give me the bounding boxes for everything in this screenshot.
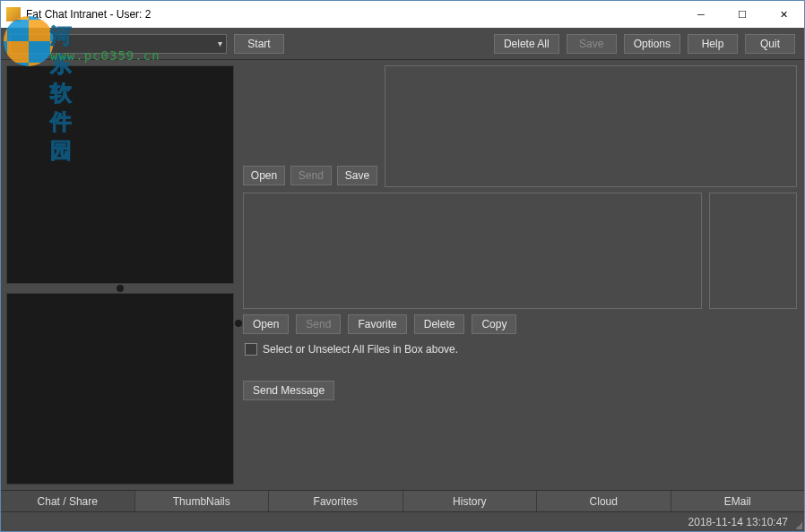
- minimize-button[interactable]: ─: [680, 1, 722, 28]
- horizontal-splitter[interactable]: [6, 284, 234, 293]
- user-dropdown[interactable]: ▾: [10, 34, 227, 54]
- bottom-tabs: Chat / Share ThumbNails Favorites Histor…: [1, 490, 804, 511]
- select-all-checkbox[interactable]: [245, 343, 257, 356]
- upper-controls: Open Send Save: [243, 65, 377, 187]
- splitter-grip-icon: [117, 285, 124, 292]
- status-bar: 2018-11-14 13:10:47: [1, 511, 804, 531]
- maximize-button[interactable]: ☐: [722, 1, 763, 28]
- right-column: Open Send Save Open Send Favorite Del: [243, 60, 804, 490]
- main-area: Open Send Save Open Send Favorite Del: [1, 60, 804, 490]
- send-button-2[interactable]: Send: [296, 314, 341, 334]
- save-top-button[interactable]: Save: [567, 34, 617, 54]
- tab-favorites[interactable]: Favorites: [269, 491, 403, 511]
- vertical-splitter[interactable]: [234, 60, 243, 490]
- send-button-1[interactable]: Send: [290, 166, 332, 185]
- left-lower-panel[interactable]: [6, 293, 234, 485]
- open-button-2[interactable]: Open: [243, 314, 289, 334]
- left-column: [1, 60, 234, 490]
- app-window: Fat Chat Intranet - User: 2 ─ ☐ ✕ ▾ Star…: [0, 0, 805, 532]
- tab-email[interactable]: EMail: [671, 491, 805, 511]
- tab-cloud[interactable]: Cloud: [537, 491, 671, 511]
- start-button[interactable]: Start: [234, 34, 284, 54]
- tab-history[interactable]: History: [403, 491, 538, 511]
- close-button[interactable]: ✕: [763, 1, 804, 28]
- copy-button[interactable]: Copy: [472, 314, 516, 334]
- upper-row: Open Send Save: [243, 65, 797, 187]
- select-all-label: Select or Unselect All Files in Box abov…: [263, 343, 458, 356]
- preview-panel[interactable]: [709, 193, 797, 309]
- titlebar[interactable]: Fat Chat Intranet - User: 2 ─ ☐ ✕: [1, 1, 804, 28]
- client-area: ▾ Start Delete All Save Options Help Qui…: [1, 28, 804, 531]
- select-all-row: Select or Unselect All Files in Box abov…: [243, 339, 797, 359]
- files-box-panel[interactable]: [243, 193, 702, 309]
- tab-chat-share[interactable]: Chat / Share: [1, 491, 135, 511]
- app-icon: [6, 7, 21, 21]
- delete-button[interactable]: Delete: [414, 314, 465, 334]
- favorite-button[interactable]: Favorite: [348, 314, 406, 334]
- tab-thumbnails[interactable]: ThumbNails: [135, 491, 270, 511]
- top-toolbar: ▾ Start Delete All Save Options Help Qui…: [1, 28, 804, 60]
- status-timestamp: 2018-11-14 13:10:47: [688, 516, 788, 528]
- upper-text-panel[interactable]: [385, 65, 797, 187]
- open-button-1[interactable]: Open: [243, 166, 285, 185]
- resize-grip-icon[interactable]: [793, 520, 802, 529]
- quit-button[interactable]: Quit: [745, 34, 795, 54]
- delete-all-button[interactable]: Delete All: [494, 34, 559, 54]
- middle-row: [243, 193, 797, 309]
- window-title: Fat Chat Intranet - User: 2: [26, 8, 680, 21]
- window-controls: ─ ☐ ✕: [680, 1, 804, 28]
- left-upper-panel[interactable]: [6, 65, 234, 284]
- splitter-grip-icon: [235, 320, 242, 327]
- save-button-1[interactable]: Save: [337, 166, 377, 185]
- help-button[interactable]: Help: [688, 34, 738, 54]
- chevron-down-icon: ▾: [218, 39, 222, 48]
- file-buttons-row: Open Send Favorite Delete Copy: [243, 314, 797, 334]
- options-button[interactable]: Options: [624, 34, 680, 54]
- send-message-row: Send Message: [243, 365, 797, 400]
- send-message-button[interactable]: Send Message: [243, 381, 334, 400]
